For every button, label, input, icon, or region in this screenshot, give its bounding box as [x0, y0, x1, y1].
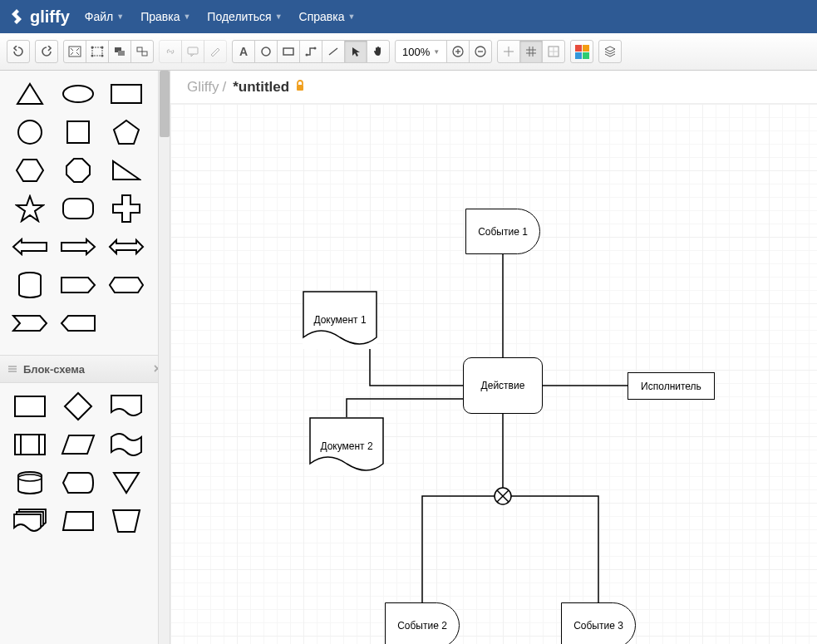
node-action[interactable]: Действие — [463, 357, 543, 414]
node-doc2[interactable]: Документ 2 — [309, 417, 384, 475]
shape-roundrect[interactable] — [60, 194, 96, 224]
shape-arrow-both[interactable] — [108, 232, 145, 262]
svg-point-3 — [101, 47, 104, 49]
shape-right-triangle[interactable] — [108, 155, 145, 185]
grid-toggle-button[interactable] — [542, 40, 565, 63]
layers-button[interactable] — [598, 40, 622, 63]
fc-process[interactable] — [12, 391, 48, 421]
diagram-canvas[interactable]: Событие 1 Документ 1 Действие Исполнител… — [170, 104, 817, 644]
menu-edit[interactable]: Правка▼ — [140, 10, 190, 23]
svg-rect-9 — [142, 52, 147, 56]
shape-square[interactable] — [60, 117, 96, 147]
zoom-out-button[interactable] — [469, 40, 492, 63]
shape-plus[interactable] — [108, 194, 145, 224]
theme-button[interactable] — [570, 40, 593, 63]
svg-line-44 — [497, 490, 509, 502]
svg-rect-30 — [63, 199, 93, 219]
shape-tag-right[interactable] — [60, 270, 96, 300]
fc-document[interactable] — [108, 391, 145, 421]
shape-rectangle[interactable] — [108, 79, 145, 109]
svg-point-2 — [91, 47, 94, 49]
menu-help[interactable]: Справка▼ — [299, 10, 356, 23]
drag-handle-icon — [8, 366, 17, 372]
pointer-tool-button[interactable] — [344, 40, 367, 63]
fc-multidoc[interactable] — [12, 506, 48, 536]
menu-share[interactable]: Поделиться▼ — [207, 10, 282, 23]
svg-point-42 — [495, 488, 511, 504]
svg-rect-32 — [15, 396, 45, 416]
shape-ellipse[interactable] — [60, 79, 96, 109]
main-menu: Файл▼ Правка▼ Поделиться▼ Справка▼ — [85, 10, 356, 23]
snap-point-button[interactable] — [497, 40, 520, 63]
node-doc1[interactable]: Документ 1 — [303, 291, 377, 349]
shape-triangle[interactable] — [12, 79, 48, 109]
svg-point-4 — [91, 55, 94, 57]
canvas-area: Gliffy / *untitled Событие 1 — [170, 71, 817, 644]
app-header: gliffy Файл▼ Правка▼ Поделиться▼ Справка… — [0, 0, 817, 33]
zoom-in-button[interactable] — [446, 40, 470, 63]
fc-predefined[interactable] — [12, 430, 48, 460]
breadcrumb-doc[interactable]: *untitled — [233, 79, 289, 96]
shape-hexagon[interactable] — [12, 155, 48, 185]
fc-display[interactable] — [60, 468, 96, 498]
shape-octagon[interactable] — [60, 155, 96, 185]
zoom-display[interactable]: 100% ▼ — [395, 40, 447, 63]
node-event1[interactable]: Событие 1 — [465, 209, 540, 254]
fc-triangle-down[interactable] — [108, 468, 145, 498]
fc-database[interactable] — [12, 468, 48, 498]
shape-hexbar[interactable] — [108, 270, 145, 300]
flowchart-panel-header[interactable]: Блок-схема × — [0, 355, 170, 383]
rect-tool-button[interactable] — [277, 40, 300, 63]
shape-pentagon[interactable] — [108, 117, 145, 147]
node-executor[interactable]: Исполнитель — [628, 372, 715, 400]
brush-button — [204, 40, 227, 63]
breadcrumb-app[interactable]: Gliffy — [187, 79, 219, 96]
shape-cylinder[interactable] — [12, 270, 48, 300]
shape-tag-left[interactable] — [60, 308, 96, 338]
shape-star[interactable] — [12, 194, 48, 224]
sidebar-scrollbar[interactable] — [158, 71, 170, 644]
pan-tool-button[interactable] — [367, 40, 390, 63]
group-button[interactable] — [108, 40, 131, 63]
fc-decision[interactable] — [60, 391, 96, 421]
svg-rect-1 — [92, 47, 102, 56]
fit-button[interactable] — [63, 40, 86, 63]
shape-arrow-right[interactable] — [60, 232, 96, 262]
link-button — [159, 40, 182, 63]
svg-rect-0 — [69, 47, 81, 57]
shape-arrow-left[interactable] — [12, 232, 48, 262]
menu-file[interactable]: Файл▼ — [85, 10, 124, 23]
svg-rect-8 — [137, 47, 142, 52]
svg-point-5 — [101, 55, 104, 57]
text-tool-button[interactable]: A — [232, 40, 255, 63]
ungroup-button[interactable] — [130, 40, 154, 63]
svg-rect-7 — [118, 51, 125, 56]
svg-rect-38 — [297, 85, 303, 91]
lock-icon[interactable] — [294, 79, 306, 96]
fc-manual-op[interactable] — [60, 506, 96, 536]
shape-circle[interactable] — [12, 117, 48, 147]
svg-point-13 — [306, 54, 308, 57]
fc-paper[interactable] — [108, 430, 145, 460]
svg-point-26 — [63, 86, 93, 102]
line-tool-button[interactable] — [322, 40, 345, 63]
fc-data[interactable] — [60, 430, 96, 460]
node-event3[interactable]: Событие 3 — [561, 602, 636, 644]
fc-manual-input[interactable] — [108, 506, 145, 536]
snap-grid-button[interactable] — [519, 40, 543, 63]
app-logo[interactable]: gliffy — [8, 7, 85, 27]
undo-button[interactable] — [7, 40, 30, 63]
shape-chevron[interactable] — [12, 308, 48, 338]
toolbar: A 100% ▼ — [0, 33, 817, 71]
select-all-button[interactable] — [86, 40, 109, 63]
svg-line-43 — [497, 490, 509, 502]
flowchart-shapes-panel — [0, 383, 159, 553]
node-event2[interactable]: Событие 2 — [385, 602, 460, 644]
breadcrumb: Gliffy / *untitled — [170, 71, 817, 104]
svg-rect-29 — [67, 121, 89, 143]
svg-point-11 — [262, 47, 270, 56]
redo-button[interactable] — [35, 40, 58, 63]
circle-tool-button[interactable] — [254, 40, 278, 63]
connector-tool-button[interactable] — [299, 40, 322, 63]
svg-rect-33 — [15, 435, 45, 455]
